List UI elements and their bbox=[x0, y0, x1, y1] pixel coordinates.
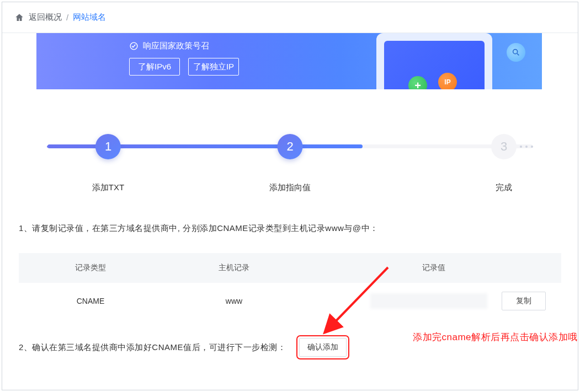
breadcrumb-current: 网站域名 bbox=[73, 12, 106, 23]
step-3-label: 完成 bbox=[491, 182, 517, 193]
breadcrumb: 返回概况 / 网站域名 bbox=[2, 2, 578, 33]
learn-ip-button[interactable]: 了解独立IP bbox=[188, 58, 239, 76]
step-3-number: 3 bbox=[491, 134, 517, 159]
annotation-text: 添加完cname解析后再点击确认添加哦 bbox=[413, 331, 578, 343]
table-header: 记录类型 主机记录 记录值 bbox=[19, 253, 561, 283]
step-3: 3 完成 bbox=[491, 134, 517, 193]
confirm-add-button[interactable]: 确认添加 bbox=[299, 338, 347, 357]
td-host: www bbox=[162, 297, 306, 305]
learn-ipv6-button[interactable]: 了解IPv6 bbox=[129, 58, 180, 76]
step-1-label: 添加TXT bbox=[92, 182, 124, 193]
copy-button[interactable]: 复制 bbox=[502, 292, 546, 310]
breadcrumb-separator: / bbox=[66, 13, 68, 22]
instruction-line-1: 1、请复制记录值，在第三方域名提供商中, 分别添加CNAME记录类型到主机记录w… bbox=[19, 223, 561, 234]
banner-tagline-text: 响应国家政策号召 bbox=[143, 41, 209, 51]
td-record-type: CNAME bbox=[19, 297, 162, 305]
ip-badge-icon bbox=[438, 73, 457, 89]
promo-banner: 响应国家政策号召 了解IPv6 了解独立IP bbox=[36, 33, 542, 89]
magnifier-icon bbox=[507, 43, 525, 62]
instruction-line-2: 2、确认在第三域名提供商中添加好CNAME值后，可进行下一步检测： bbox=[19, 342, 286, 353]
step-2: 2 添加指向值 bbox=[269, 134, 311, 193]
th-record-type: 记录类型 bbox=[19, 263, 162, 273]
step-2-label: 添加指向值 bbox=[269, 182, 311, 193]
table-row: CNAME www 复制 bbox=[19, 283, 561, 319]
step-2-number: 2 bbox=[278, 134, 303, 159]
step-1: 1 添加TXT bbox=[92, 134, 124, 193]
banner-tagline: 响应国家政策号召 bbox=[129, 41, 209, 51]
svg-point-1 bbox=[513, 50, 518, 54]
steps-progress: 1 添加TXT 2 添加指向值 3 完成 bbox=[36, 130, 544, 196]
th-host: 主机记录 bbox=[162, 263, 306, 273]
cname-table: 记录类型 主机记录 记录值 CNAME www 复制 bbox=[19, 253, 561, 319]
step-1-number: 1 bbox=[95, 134, 121, 159]
th-value: 记录值 bbox=[306, 263, 561, 273]
laptop-illustration bbox=[365, 33, 509, 89]
td-record-value-redacted bbox=[370, 293, 487, 309]
home-icon bbox=[14, 13, 24, 23]
breadcrumb-back[interactable]: 返回概况 bbox=[29, 12, 62, 23]
